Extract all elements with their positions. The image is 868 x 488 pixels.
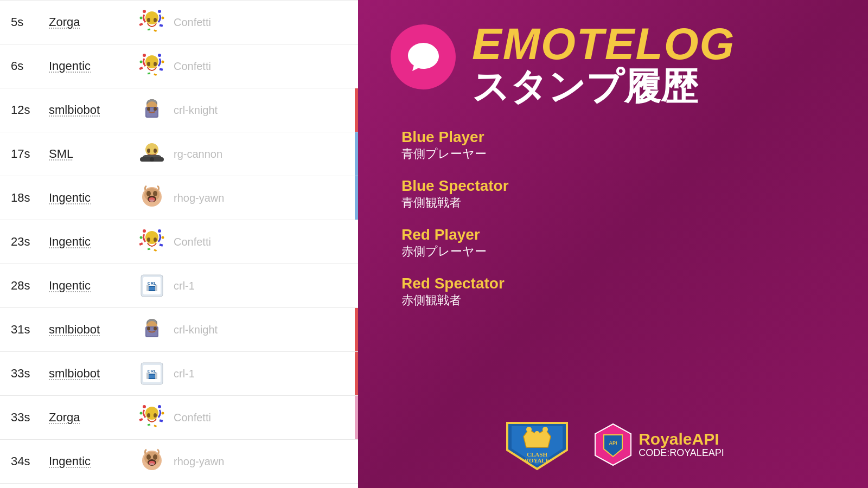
- api-text-block: RoyaleAPI CODE:ROYALEAPI: [639, 431, 724, 459]
- player-name[interactable]: Zorga: [43, 15, 130, 29]
- svg-point-44: [143, 229, 146, 233]
- clash-royale-shield: CLASH ROYALE: [502, 418, 572, 472]
- player-name[interactable]: Ingentic: [43, 235, 130, 249]
- time-stamp: 5s: [11, 15, 43, 29]
- legend-title: Red Spectator: [401, 275, 835, 292]
- player-name[interactable]: Ingentic: [43, 279, 130, 293]
- svg-point-12: [143, 54, 146, 57]
- svg-point-38: [146, 191, 151, 196]
- svg-rect-85: [148, 423, 150, 426]
- svg-point-35: [150, 157, 154, 162]
- emote-name: crl-knight: [174, 104, 347, 117]
- api-hex-badge: API: [594, 423, 632, 466]
- player-name[interactable]: Ingentic: [43, 191, 130, 205]
- player-name[interactable]: Ingentic: [43, 454, 130, 468]
- emote-name: Confetti: [174, 60, 347, 73]
- svg-text:CRL: CRL: [148, 369, 157, 374]
- log-row: 12s smlbiobot crl-knight: [0, 88, 358, 132]
- svg-rect-19: [159, 68, 163, 70]
- info-panel: EMOTELOG スタンプ履歴 Blue Player 青側プレーヤー Blue…: [358, 0, 868, 488]
- player-name[interactable]: SML: [43, 147, 130, 161]
- svg-rect-52: [148, 248, 150, 250]
- player-name[interactable]: Zorga: [43, 410, 130, 425]
- svg-rect-83: [139, 418, 143, 421]
- svg-point-47: [162, 236, 164, 239]
- emote-icon: [136, 138, 168, 170]
- svg-point-16: [147, 62, 150, 66]
- title-emotelog: EMOTELOG: [472, 22, 735, 66]
- svg-rect-73: [149, 375, 155, 378]
- svg-point-32: [154, 149, 157, 153]
- svg-point-0: [145, 11, 158, 24]
- svg-point-28: [147, 107, 150, 111]
- player-name[interactable]: smlbiobot: [43, 323, 130, 337]
- svg-point-93: [150, 463, 154, 465]
- svg-point-11: [145, 55, 158, 68]
- svg-point-42: [150, 200, 154, 202]
- bottom-logos: CLASH ROYALE API RoyaleAPI CODE:ROYALEAP…: [391, 418, 835, 472]
- emote-icon: [136, 94, 168, 126]
- emote-icon: [136, 182, 168, 214]
- svg-rect-7: [139, 23, 143, 26]
- log-row: 34s Ingentic rhog-yawn: [0, 440, 358, 484]
- emote-icon: [136, 6, 168, 38]
- emote-name: rhog-yawn: [174, 192, 347, 204]
- svg-rect-10: [154, 29, 157, 32]
- svg-point-78: [158, 405, 161, 408]
- time-stamp: 23s: [11, 235, 43, 249]
- svg-rect-21: [154, 73, 157, 76]
- log-row: 28s Ingentic CRL crl-1: [0, 264, 358, 308]
- time-stamp: 6s: [11, 59, 43, 73]
- player-name[interactable]: smlbiobot: [43, 367, 130, 381]
- emote-icon: CRL: [136, 357, 168, 390]
- emote-name: Confetti: [174, 16, 347, 29]
- svg-point-48: [147, 237, 150, 242]
- svg-point-82: [154, 413, 157, 418]
- legend-item: Blue Spectator 青側観戦者: [401, 177, 835, 211]
- svg-point-4: [162, 17, 164, 20]
- time-stamp: 18s: [11, 191, 43, 205]
- emote-log-panel: 5s Zorga Confetti 6s: [0, 0, 358, 488]
- legend-subtitle: 青側観戦者: [401, 195, 835, 211]
- emote-icon: CRL: [136, 269, 168, 302]
- svg-rect-58: [149, 287, 155, 290]
- svg-rect-51: [159, 243, 163, 246]
- legend-subtitle: 赤側プレーヤー: [401, 243, 835, 260]
- legend-title: Blue Player: [401, 129, 835, 146]
- svg-text:CRL: CRL: [148, 281, 157, 286]
- svg-rect-50: [139, 242, 143, 246]
- svg-point-46: [140, 236, 143, 239]
- svg-point-5: [147, 18, 150, 22]
- legend-item: Blue Player 青側プレーヤー: [401, 129, 835, 162]
- svg-point-15: [162, 61, 164, 63]
- svg-point-102: [526, 427, 532, 432]
- svg-point-67: [147, 327, 150, 331]
- svg-rect-74: [146, 373, 149, 379]
- legend-title: Blue Spectator: [401, 177, 835, 195]
- svg-point-90: [153, 454, 157, 460]
- svg-point-39: [153, 191, 157, 196]
- player-name[interactable]: Ingentic: [43, 59, 130, 73]
- emote-icon: [136, 226, 168, 258]
- svg-point-2: [158, 10, 161, 13]
- chat-icon: [406, 41, 441, 73]
- time-stamp: 31s: [11, 323, 43, 337]
- svg-rect-53: [154, 249, 157, 252]
- emote-icon: [136, 313, 168, 346]
- svg-rect-9: [148, 28, 150, 30]
- svg-rect-86: [154, 425, 157, 427]
- legend-area: Blue Player 青側プレーヤー Blue Spectator 青側観戦者…: [401, 129, 835, 407]
- svg-point-6: [154, 18, 157, 22]
- time-stamp: 17s: [11, 147, 43, 161]
- player-name[interactable]: smlbiobot: [43, 103, 130, 117]
- svg-point-3: [140, 17, 143, 20]
- svg-rect-60: [155, 285, 157, 291]
- svg-point-13: [158, 54, 161, 57]
- svg-point-17: [154, 62, 157, 66]
- emote-name: Confetti: [174, 236, 347, 248]
- svg-point-104: [542, 427, 548, 432]
- svg-point-49: [154, 237, 157, 242]
- svg-point-76: [145, 407, 158, 420]
- emote-name: Confetti: [174, 412, 347, 424]
- svg-rect-75: [155, 373, 157, 379]
